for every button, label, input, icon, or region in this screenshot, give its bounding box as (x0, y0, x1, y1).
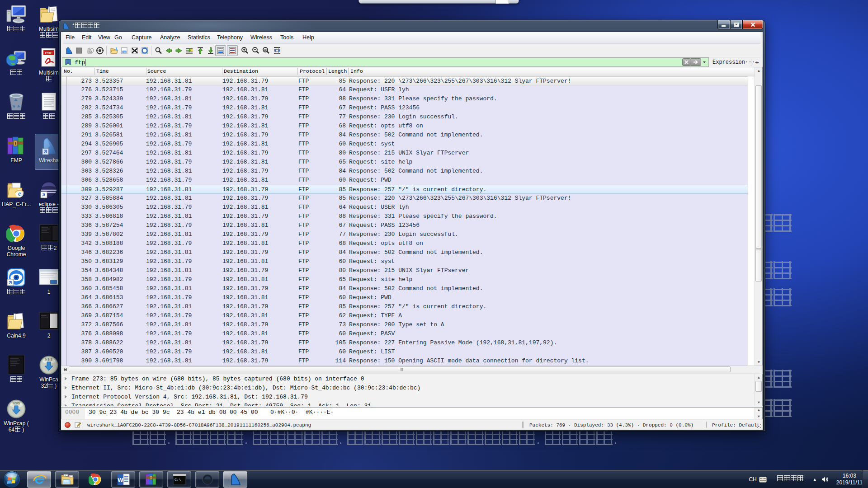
svg-text:NSIS: NSIS (13, 402, 20, 405)
svg-text:PDF: PDF (45, 51, 52, 55)
svg-text:e: e (18, 190, 21, 197)
svg-text:C:\_: C:\_ (175, 478, 183, 482)
svg-text:010: 010 (123, 51, 126, 53)
svg-text:NSIS: NSIS (45, 358, 53, 361)
svg-text:W: W (118, 477, 123, 483)
